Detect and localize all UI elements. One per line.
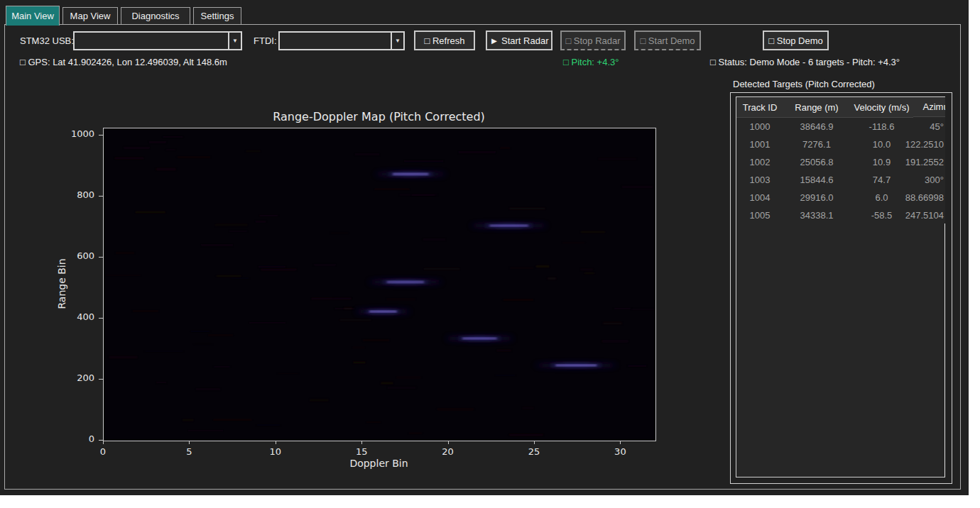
chevron-down-icon[interactable]: ▼ — [391, 33, 403, 49]
column-header[interactable]: Range (m) — [783, 97, 850, 118]
table-scrollbar[interactable] — [944, 223, 945, 477]
tab-settings-label: Settings — [201, 11, 234, 21]
table-row-cell[interactable]: 247.5104 — [913, 206, 945, 224]
x-tick-mark — [361, 441, 362, 444]
table-row-cell[interactable]: 34338.1 — [783, 206, 850, 224]
table-row-cell[interactable]: 7276.1 — [783, 136, 850, 153]
targets-table-body: 100038646.9-118.645°10017276.110.0122.25… — [736, 118, 945, 224]
table-row-cell[interactable]: -58.5 — [850, 206, 913, 224]
y-tick-label: 400 — [63, 311, 94, 322]
table-row-cell[interactable]: 10.9 — [850, 153, 913, 171]
range-doppler-plot — [103, 128, 656, 441]
app-status-text: □ Status: Demo Mode - 6 targets - Pitch:… — [710, 57, 900, 67]
targets-table-header: Track IDRange (m)Velocity (m/s)Azimuth — [736, 97, 945, 118]
y-tick-label: 200 — [63, 372, 94, 383]
column-header[interactable]: Track ID — [736, 97, 783, 118]
stm32-usb-combobox[interactable]: ▼ — [73, 31, 242, 50]
ftdi-combobox[interactable]: ▼ — [278, 31, 405, 50]
tab-map-view-label: Map View — [70, 11, 111, 21]
stop-demo-button[interactable]: □ Stop Demo — [763, 31, 829, 50]
x-tick-mark — [103, 441, 104, 444]
table-row-cell[interactable]: 1002 — [736, 153, 783, 171]
y-tick-label: 1000 — [63, 128, 94, 139]
table-row-cell[interactable]: 191.2552 — [913, 153, 945, 171]
table-row-cell[interactable]: 74.7 — [850, 171, 913, 189]
tab-diagnostics-label: Diagnostics — [131, 11, 179, 21]
x-tick-label: 5 — [175, 446, 203, 457]
table-row-cell[interactable]: 1004 — [736, 189, 783, 206]
y-tick-mark — [99, 135, 103, 136]
x-axis-label: Doppler Bin — [103, 458, 655, 469]
x-tick-mark — [189, 441, 190, 444]
table-row-cell[interactable]: 25056.8 — [783, 153, 850, 171]
chart-title: Range-Doppler Map (Pitch Corrected) — [103, 110, 655, 123]
table-row-cell[interactable]: 29916.0 — [783, 189, 850, 206]
x-tick-label: 30 — [606, 446, 634, 457]
x-tick-label: 10 — [261, 446, 290, 457]
y-tick-mark — [99, 379, 103, 380]
range-doppler-heatmap — [104, 128, 655, 441]
column-header[interactable]: Velocity (m/s) — [850, 97, 913, 118]
targets-panel-title: Detected Targets (Pitch Corrected) — [733, 79, 875, 89]
tab-main-view-label: Main View — [11, 11, 54, 21]
table-row-cell[interactable]: 1000 — [736, 118, 783, 136]
y-axis-label: Range Bin — [56, 255, 67, 312]
table-row-cell[interactable]: 88.66998 — [913, 189, 945, 206]
table-row-cell[interactable]: 300° — [913, 171, 945, 189]
stop-radar-button[interactable]: □ Stop Radar — [560, 31, 626, 50]
x-tick-label: 20 — [434, 446, 462, 457]
table-row-cell[interactable]: 1003 — [736, 171, 783, 189]
y-tick-mark — [99, 318, 103, 319]
y-tick-mark — [99, 196, 103, 197]
table-row-cell[interactable]: 1001 — [736, 136, 783, 153]
x-tick-mark — [620, 441, 621, 444]
x-tick-mark — [534, 441, 535, 444]
x-tick-mark — [448, 441, 449, 444]
start-radar-button[interactable]: ► Start Radar — [486, 31, 552, 50]
start-demo-button[interactable]: □ Start Demo — [634, 31, 701, 50]
tab-map-view[interactable]: Map View — [62, 7, 118, 25]
chevron-down-icon[interactable]: ▼ — [228, 33, 241, 49]
table-row-cell[interactable]: 45° — [913, 118, 945, 136]
pitch-status-text: □ Pitch: +4.3° — [563, 57, 619, 67]
y-tick-mark — [99, 440, 103, 441]
tab-diagnostics[interactable]: Diagnostics — [121, 7, 190, 25]
gps-status-text: □ GPS: Lat 41.902426, Lon 12.496039, Alt… — [20, 57, 227, 67]
targets-table: Track IDRange (m)Velocity (m/s)Azimuth 1… — [736, 96, 945, 477]
app-window: Main View Map View Diagnostics Settings … — [0, 0, 969, 495]
y-tick-label: 0 — [63, 434, 94, 444]
column-header[interactable]: Azimuth — [913, 97, 945, 117]
y-tick-mark — [99, 257, 103, 258]
stm32-usb-label: STM32 USB: — [20, 35, 74, 46]
table-row-cell[interactable]: 122.2510 — [913, 136, 945, 153]
table-row-cell[interactable]: 1005 — [736, 206, 783, 224]
y-tick-label: 600 — [63, 250, 94, 261]
table-row-cell[interactable]: -118.6 — [850, 118, 913, 136]
tab-main-view[interactable]: Main View — [6, 6, 60, 26]
x-tick-label: 25 — [520, 446, 548, 457]
refresh-button[interactable]: □ Refresh — [414, 31, 475, 50]
x-tick-mark — [276, 441, 276, 444]
table-row-cell[interactable]: 15844.6 — [783, 171, 850, 189]
x-tick-label: 15 — [347, 446, 376, 457]
table-row-cell[interactable]: 6.0 — [850, 189, 913, 206]
y-tick-label: 800 — [63, 189, 94, 200]
table-row-cell[interactable]: 10.0 — [850, 136, 913, 153]
ftdi-label: FTDI: — [254, 35, 277, 46]
table-row-cell[interactable]: 38646.9 — [783, 118, 850, 136]
tab-settings[interactable]: Settings — [193, 7, 241, 25]
x-tick-label: 0 — [89, 446, 117, 457]
